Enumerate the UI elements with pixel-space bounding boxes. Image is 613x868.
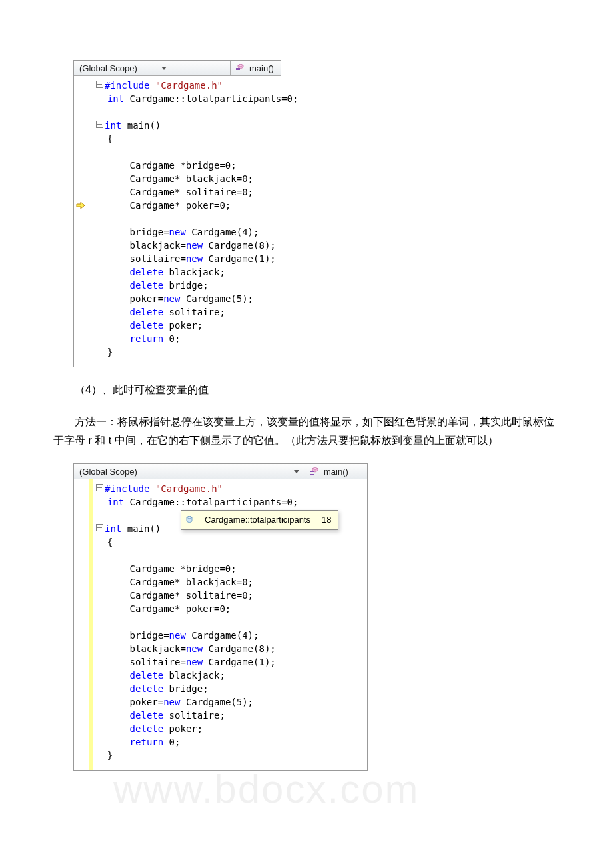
breakpoint-gutter[interactable] [74, 479, 89, 770]
code-area-1: #include "Cardgame.h" int Cardgame::tota… [74, 76, 281, 367]
member-dropdown[interactable]: main() [231, 61, 281, 75]
svg-rect-1 [236, 69, 240, 70]
ide-nav-bar: (Global Scope) main() [74, 464, 367, 479]
member-dropdown[interactable]: main() [305, 464, 367, 479]
paragraph-method-1: 方法一：将鼠标指针悬停在该变量上方，该变量的值将显示，如下图红色背景的单词，其实… [53, 413, 560, 450]
method-icon [310, 467, 320, 475]
scope-label: (Global Scope) [79, 467, 137, 477]
breakpoint-gutter[interactable] [74, 76, 89, 367]
watermark-text: www.bdocx.com [113, 766, 419, 811]
svg-rect-3 [310, 471, 314, 472]
tooltip-name: Cardgame::totalparticipants [199, 511, 316, 529]
ide-screenshot-1: (Global Scope) main() [73, 60, 281, 367]
ide-nav-bar: (Global Scope) main() [74, 61, 281, 76]
ide-screenshot-2: (Global Scope) main() #incl [73, 463, 368, 771]
scope-label: (Global Scope) [79, 63, 137, 73]
debug-value-tooltip[interactable]: Cardgame::totalparticipants 18 [181, 510, 338, 530]
scope-dropdown[interactable]: (Global Scope) [74, 464, 305, 479]
code-area-2: #include "Cardgame.h" int Cardgame::tota… [74, 479, 367, 770]
current-statement-arrow-icon [75, 200, 86, 211]
svg-rect-2 [236, 71, 240, 71]
svg-rect-0 [236, 68, 240, 69]
chevron-down-icon [294, 470, 299, 473]
variable-icon [181, 511, 199, 529]
member-label: main() [324, 467, 348, 477]
scope-dropdown[interactable]: (Global Scope) [74, 61, 231, 75]
paragraph-step-4: （4）、此时可检查变量的值 [53, 381, 560, 399]
tooltip-value: 18 [316, 511, 338, 529]
member-label: main() [249, 63, 274, 73]
code-text[interactable]: #include "Cardgame.h" int Cardgame::tota… [93, 76, 305, 367]
method-icon [236, 64, 245, 72]
svg-rect-5 [310, 474, 314, 475]
svg-rect-4 [310, 473, 314, 473]
chevron-down-icon [161, 67, 167, 70]
document-page: (Global Scope) main() [0, 0, 613, 811]
